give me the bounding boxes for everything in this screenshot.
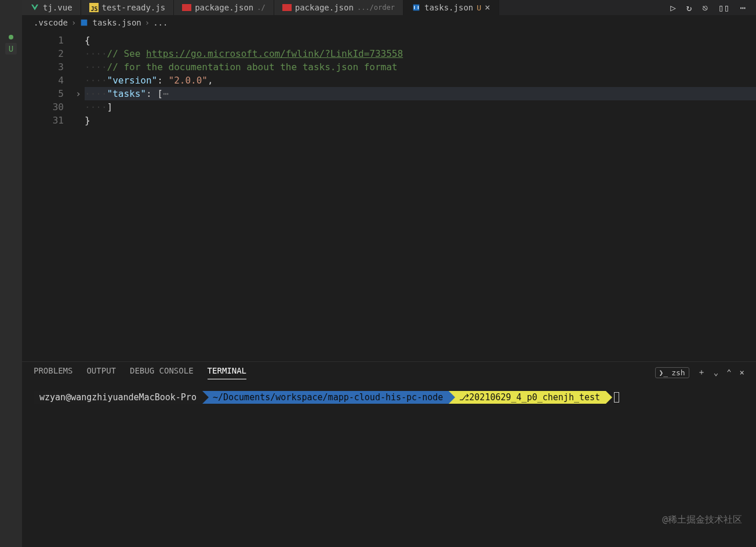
editor-tab-bar: tj.vue JS test-ready.js package.json ./ … — [22, 0, 756, 15]
panel-tab-terminal[interactable]: TERMINAL — [208, 366, 246, 379]
line-number-gutter: 1 2 3 4 5 30 31 — [22, 30, 72, 361]
code-line: ····// See https://go.microsoft.com/fwli… — [85, 47, 756, 60]
terminal-name: zsh — [671, 368, 685, 377]
panel-tab-debug-console[interactable]: DEBUG CONSOLE — [130, 366, 194, 379]
tab-package-json-root[interactable]: package.json ./ — [174, 0, 274, 15]
terminal-selector[interactable]: ❯_ zsh — [655, 367, 689, 378]
run-icon[interactable]: ▷ — [670, 2, 676, 13]
json-icon — [79, 18, 89, 27]
prompt-branch: ⎇ 20210629_4_p0_chenjh_test — [449, 391, 606, 404]
panel-tab-output[interactable]: OUTPUT — [86, 366, 116, 379]
terminal-cursor — [614, 392, 619, 403]
terminal-prompt: wzyan@wangzhiyuandeMacBook-Pro ~/Documen… — [34, 391, 744, 404]
activity-bar: U — [0, 0, 22, 547]
tab-label: package.json — [195, 3, 253, 12]
tab-label: package.json — [295, 3, 354, 12]
tab-tj-vue[interactable]: tj.vue — [22, 0, 81, 15]
js-icon: JS — [89, 3, 99, 12]
git-branch-icon: ⎇ — [459, 391, 469, 404]
breadcrumb-item[interactable]: tasks.json — [92, 18, 141, 27]
split-editor-icon[interactable]: ▯▯ — [718, 2, 729, 13]
breadcrumb-item[interactable]: .vscode — [34, 18, 68, 27]
prompt-userhost: wzyan@wangzhiyuandeMacBook-Pro — [34, 391, 202, 404]
tab-test-ready-js[interactable]: JS test-ready.js — [81, 0, 175, 15]
close-panel-icon[interactable]: × — [740, 368, 744, 377]
vue-icon — [30, 3, 39, 12]
watermark: @稀土掘金技术社区 — [662, 514, 742, 526]
code-line: } — [85, 114, 756, 127]
tab-modified-badge: U — [477, 3, 481, 12]
history-icon[interactable]: ↻ — [686, 2, 692, 13]
tab-label: test-ready.js — [102, 3, 166, 12]
tab-sublabel: ./ — [257, 3, 265, 12]
terminal-icon: ❯_ — [659, 368, 668, 377]
new-terminal-icon[interactable]: ＋ — [697, 367, 706, 378]
fold-toggle-icon[interactable]: › — [72, 87, 85, 100]
json-icon — [412, 3, 421, 12]
code-line: ····] — [85, 100, 756, 114]
tab-label: tasks.json — [424, 3, 473, 12]
code-line: ····"tasks": [⋯ — [85, 87, 756, 100]
code-line: ····"version": "2.0.0", — [85, 74, 756, 87]
tab-label: tj.vue — [43, 3, 72, 12]
chevron-right-icon: › — [71, 18, 76, 27]
npm-icon — [282, 4, 292, 11]
more-icon[interactable]: ⋯ — [740, 2, 746, 13]
chevron-right-icon: › — [145, 18, 150, 27]
close-icon[interactable]: × — [485, 3, 490, 12]
terminal-content[interactable]: wzyan@wangzhiyuandeMacBook-Pro ~/Documen… — [22, 383, 756, 547]
code-editor[interactable]: 1 2 3 4 5 30 31 › { ····// See https://g… — [22, 30, 756, 361]
compare-icon[interactable]: ⎋ — [702, 2, 708, 13]
code-line: { — [85, 34, 756, 47]
chevron-up-icon[interactable]: ⌃ — [726, 368, 731, 377]
bottom-panel: PROBLEMS OUTPUT DEBUG CONSOLE TERMINAL ❯… — [22, 361, 756, 547]
svg-marker-0 — [31, 5, 38, 10]
scm-status-badge: U — [5, 43, 17, 55]
tab-package-json-order[interactable]: package.json .../order — [274, 0, 404, 15]
code-content[interactable]: { ····// See https://go.microsoft.com/fw… — [85, 30, 756, 361]
tab-tasks-json[interactable]: tasks.json U × — [404, 0, 499, 15]
breadcrumb[interactable]: .vscode › tasks.json › ... — [22, 15, 756, 30]
code-line: ····// for the documentation about the t… — [85, 60, 756, 74]
npm-icon — [182, 4, 191, 11]
chevron-down-icon[interactable]: ⌄ — [714, 368, 718, 377]
panel-tab-bar: PROBLEMS OUTPUT DEBUG CONSOLE TERMINAL ❯… — [22, 362, 756, 383]
panel-tab-problems[interactable]: PROBLEMS — [34, 366, 72, 379]
source-control-dot-icon — [9, 35, 13, 39]
code-link[interactable]: https://go.microsoft.com/fwlink/?LinkId=… — [146, 48, 403, 59]
prompt-path: ~/Documents/workspace/mapp-cloud-his-pc-… — [202, 391, 449, 404]
breadcrumb-item[interactable]: ... — [153, 18, 168, 27]
tab-sublabel: .../order — [357, 3, 395, 12]
fold-gutter: › — [72, 30, 85, 361]
editor-actions: ▷ ↻ ⎋ ▯▯ ⋯ — [670, 0, 756, 15]
